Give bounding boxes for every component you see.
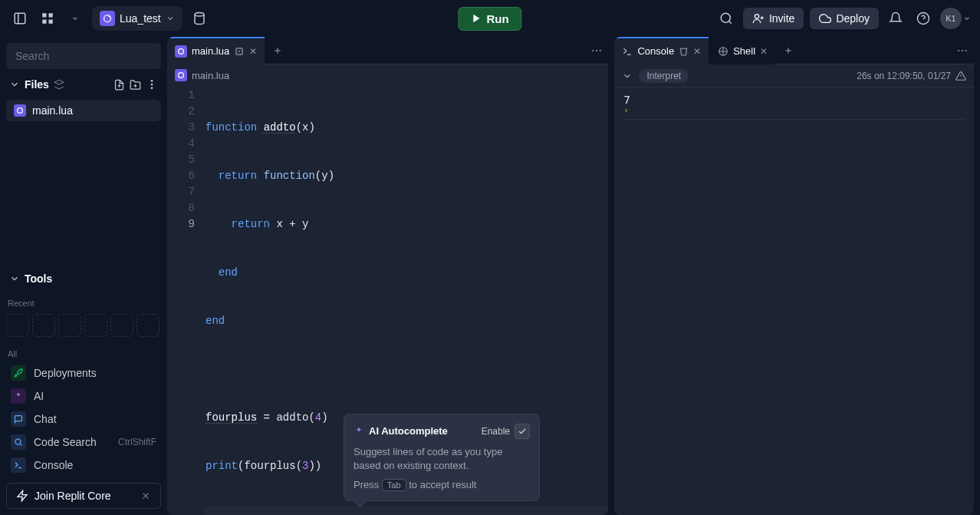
more-vert-icon[interactable] [146, 78, 158, 91]
divider [623, 119, 965, 120]
recent-slot[interactable] [110, 314, 133, 337]
project-name-text: Lua_test [120, 12, 161, 25]
svg-line-27 [20, 444, 21, 445]
output-line: 7 [623, 94, 965, 106]
avatar[interactable]: K1 [940, 8, 971, 29]
tool-console[interactable]: Console [6, 454, 161, 477]
enable-checkbox[interactable] [515, 424, 530, 439]
recent-slot[interactable] [6, 314, 29, 337]
tab-more-icon[interactable]: ⋯ [585, 45, 608, 57]
tab-console[interactable]: Console ✕ [614, 37, 709, 64]
file-item-mainlua[interactable]: main.lua [6, 100, 161, 121]
new-folder-icon[interactable] [130, 79, 141, 91]
svg-point-25 [18, 108, 23, 114]
play-icon [471, 13, 482, 24]
close-icon[interactable]: ✕ [249, 46, 257, 57]
check-icon [518, 427, 527, 436]
lua-file-icon [175, 69, 187, 81]
ai-autocomplete-popup: AI Autocomplete Enable Suggest lines of … [344, 414, 540, 501]
deploy-label: Deploy [836, 12, 870, 25]
tools-label: Tools [25, 272, 52, 285]
close-icon[interactable]: ✕ [760, 46, 768, 57]
new-file-icon[interactable] [113, 79, 125, 91]
search-icon[interactable] [715, 8, 737, 29]
tool-label: Deployments [34, 367, 97, 379]
tool-ai[interactable]: AI [6, 385, 161, 408]
svg-point-32 [179, 48, 184, 54]
terminal-icon [11, 457, 26, 473]
tool-label: Console [34, 459, 73, 471]
tool-label: Chat [34, 413, 57, 425]
tab-key-kbd: Tab [382, 479, 406, 491]
ai-popup-title: AI Autocomplete [369, 425, 448, 437]
console-toolbar: Interpret 26s on 12:09:50, 01/27 [614, 64, 974, 87]
bolt-icon [16, 490, 28, 502]
recent-slot[interactable] [84, 314, 107, 337]
help-icon[interactable] [913, 8, 934, 29]
tab-more-icon[interactable]: ⋯ [951, 45, 974, 57]
rocket-icon [11, 365, 26, 381]
svg-point-23 [151, 84, 153, 86]
trash-icon[interactable] [679, 46, 689, 56]
svg-point-12 [755, 15, 758, 18]
line-number-gutter: 123456789 [167, 86, 204, 515]
console-output[interactable]: 7 › [614, 87, 974, 515]
layers-icon[interactable] [54, 79, 64, 90]
close-icon[interactable] [140, 490, 151, 501]
tab-filename: main.lua [192, 45, 229, 57]
svg-point-7 [109, 16, 110, 18]
svg-point-24 [151, 87, 153, 89]
console-panel: Console ✕ Shell ✕ ＋ ⋯ Interpret 26s on 1… [614, 37, 974, 515]
popout-icon[interactable] [234, 46, 245, 57]
grid-toggle-icon[interactable] [37, 8, 58, 29]
db-icon[interactable] [189, 8, 210, 29]
recent-slot[interactable] [58, 314, 81, 337]
notifications-icon[interactable] [885, 8, 906, 29]
svg-point-8 [195, 13, 204, 17]
chevron-down-icon[interactable] [622, 71, 633, 81]
run-button[interactable]: Run [458, 7, 521, 31]
tab-mainlua[interactable]: main.lua ✕ [167, 37, 265, 64]
grid-dropdown-icon[interactable] [64, 8, 86, 29]
svg-marker-9 [473, 15, 479, 23]
tab-label: Shell [733, 45, 755, 57]
deploy-button[interactable]: Deploy [810, 8, 879, 29]
recent-label: Recent [6, 295, 161, 311]
sparkles-icon [354, 426, 364, 437]
svg-point-26 [15, 439, 21, 444]
breadcrumb: main.lua [167, 64, 608, 86]
tool-label: Code Search [34, 436, 97, 448]
mode-chip[interactable]: Interpret [639, 69, 689, 83]
svg-point-34 [179, 73, 184, 78]
add-tab-button[interactable]: ＋ [777, 44, 800, 58]
tool-deployments[interactable]: Deployments [6, 361, 161, 385]
project-name[interactable]: Lua_test [92, 6, 183, 31]
run-label: Run [486, 12, 508, 25]
svg-marker-29 [18, 490, 27, 500]
search-input[interactable]: Search [6, 43, 161, 69]
tab-shell[interactable]: Shell ✕ [710, 37, 775, 64]
magnify-icon [11, 434, 26, 450]
run-time-info: 26s on 12:09:50, 01/27 [857, 71, 951, 81]
invite-button[interactable]: Invite [743, 8, 804, 29]
join-replit-core-button[interactable]: Join Replit Core [6, 483, 161, 509]
recent-slot[interactable] [32, 314, 55, 337]
join-label: Join Replit Core [35, 490, 111, 502]
files-header[interactable]: Files [6, 74, 161, 95]
tool-label: AI [34, 390, 44, 402]
avatar-initials: K1 [940, 8, 962, 29]
warning-icon[interactable] [955, 71, 966, 81]
tools-header[interactable]: Tools [6, 268, 161, 289]
tool-chat[interactable]: Chat [6, 408, 161, 431]
add-tab-button[interactable]: ＋ [266, 44, 289, 58]
close-icon[interactable]: ✕ [693, 46, 701, 57]
file-name: main.lua [32, 104, 73, 117]
terminal-icon [622, 46, 633, 57]
tool-code-search[interactable]: Code Search CtrlShiftF [6, 431, 161, 454]
invite-label: Invite [769, 12, 794, 25]
sidebar-toggle-icon[interactable] [9, 8, 31, 29]
recent-tools-row [6, 311, 161, 340]
lua-file-icon [14, 104, 26, 117]
recent-slot[interactable] [136, 314, 159, 337]
chevron-down-icon [963, 15, 971, 22]
